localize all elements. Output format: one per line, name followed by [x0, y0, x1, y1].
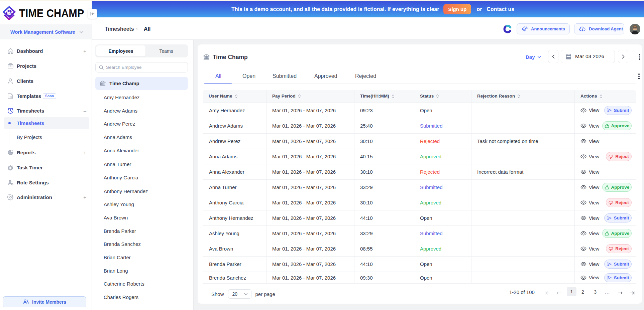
svg-text:@: @ [6, 8, 12, 16]
